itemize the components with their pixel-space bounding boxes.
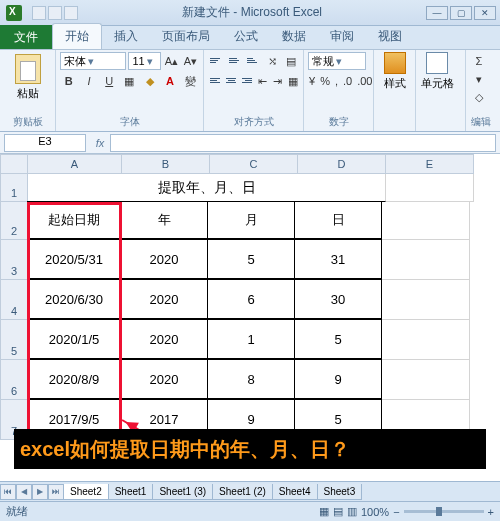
cell[interactable]: 2020 xyxy=(120,279,208,319)
paste-button[interactable]: 粘贴 xyxy=(4,52,51,103)
zoom-out-button[interactable]: − xyxy=(393,506,399,518)
cell[interactable]: 起始日期 xyxy=(27,201,121,239)
cell[interactable]: 2020 xyxy=(120,319,208,359)
row-header[interactable]: 5 xyxy=(0,320,28,360)
cell[interactable] xyxy=(382,360,470,400)
tab-view[interactable]: 视图 xyxy=(366,24,414,49)
cell[interactable]: 5 xyxy=(207,239,295,279)
cells-button[interactable]: 单元格 xyxy=(420,52,454,91)
formula-input[interactable] xyxy=(110,134,496,152)
align-bottom-button[interactable] xyxy=(245,52,262,68)
clear-button[interactable]: ◇ xyxy=(470,88,488,106)
comma-button[interactable]: , xyxy=(334,72,339,90)
cell[interactable]: 2020/8/9 xyxy=(27,359,121,399)
maximize-button[interactable]: ▢ xyxy=(450,6,472,20)
col-header-d[interactable]: D xyxy=(298,154,386,174)
cell[interactable]: 2020 xyxy=(120,239,208,279)
indent-increase-button[interactable]: ⇥ xyxy=(271,72,284,90)
zoom-in-button[interactable]: + xyxy=(488,506,494,518)
row-header[interactable]: 4 xyxy=(0,280,28,320)
tab-data[interactable]: 数据 xyxy=(270,24,318,49)
cell[interactable]: 9 xyxy=(294,359,382,399)
row-header[interactable]: 6 xyxy=(0,360,28,400)
grow-font-button[interactable]: A▴ xyxy=(163,52,180,70)
underline-button[interactable]: U xyxy=(101,72,118,90)
autosum-button[interactable]: Σ xyxy=(470,52,488,70)
row-header[interactable]: 2 xyxy=(0,202,28,240)
cell[interactable] xyxy=(382,320,470,360)
fx-icon[interactable]: fx xyxy=(90,137,110,149)
font-size-combo[interactable]: 11▾ xyxy=(128,52,160,70)
cell[interactable] xyxy=(386,174,474,202)
minimize-button[interactable]: — xyxy=(426,6,448,20)
cell[interactable]: 2020 xyxy=(120,359,208,399)
align-middle-button[interactable] xyxy=(227,52,244,68)
shrink-font-button[interactable]: A▾ xyxy=(182,52,199,70)
zoom-level[interactable]: 100% xyxy=(361,506,389,518)
col-header-e[interactable]: E xyxy=(386,154,474,174)
tab-formula[interactable]: 公式 xyxy=(222,24,270,49)
wrap-text-button[interactable]: ▤ xyxy=(283,52,299,70)
cell[interactable]: 2020/1/5 xyxy=(27,319,121,359)
increase-decimal-button[interactable]: .0 xyxy=(342,72,353,90)
undo-icon[interactable] xyxy=(48,6,62,20)
view-layout-icon[interactable]: ▤ xyxy=(333,505,343,518)
cell[interactable]: 日 xyxy=(294,201,382,239)
col-header-b[interactable]: B xyxy=(122,154,210,174)
font-color-button[interactable]: A xyxy=(161,72,178,90)
phonetic-button[interactable]: 變 xyxy=(182,72,199,90)
cell[interactable]: 5 xyxy=(294,319,382,359)
sheet-tab[interactable]: Sheet1 (2) xyxy=(212,484,273,500)
name-box[interactable]: E3 xyxy=(4,134,86,152)
cell[interactable]: 31 xyxy=(294,239,382,279)
sheet-tab[interactable]: Sheet2 xyxy=(63,484,109,500)
indent-decrease-button[interactable]: ⇤ xyxy=(256,72,269,90)
redo-icon[interactable] xyxy=(64,6,78,20)
tab-nav-next[interactable]: ▶ xyxy=(32,484,48,500)
zoom-slider[interactable] xyxy=(404,510,484,513)
row-header[interactable]: 3 xyxy=(0,240,28,280)
percent-button[interactable]: % xyxy=(319,72,331,90)
row-header[interactable]: 1 xyxy=(0,174,28,202)
fill-color-button[interactable]: ◆ xyxy=(141,72,158,90)
italic-button[interactable]: I xyxy=(80,72,97,90)
tab-layout[interactable]: 页面布局 xyxy=(150,24,222,49)
align-left-button[interactable] xyxy=(208,72,222,88)
tab-file[interactable]: 文件 xyxy=(0,25,52,49)
cell[interactable]: 6 xyxy=(207,279,295,319)
align-top-button[interactable] xyxy=(208,52,225,68)
cell[interactable]: 30 xyxy=(294,279,382,319)
border-button[interactable]: ▦ xyxy=(121,72,138,90)
tab-insert[interactable]: 插入 xyxy=(102,24,150,49)
cell-title[interactable]: 提取年、月、日 xyxy=(28,174,386,202)
tab-nav-first[interactable]: ⏮ xyxy=(0,484,16,500)
cell[interactable]: 年 xyxy=(120,201,208,239)
currency-button[interactable]: ¥ xyxy=(308,72,316,90)
cell[interactable]: 8 xyxy=(207,359,295,399)
cell[interactable] xyxy=(382,280,470,320)
number-format-combo[interactable]: 常规▾ xyxy=(308,52,366,70)
tab-nav-prev[interactable]: ◀ xyxy=(16,484,32,500)
cell[interactable] xyxy=(382,240,470,280)
orientation-button[interactable]: ⤭ xyxy=(264,52,280,70)
sheet-tab[interactable]: Sheet1 (3) xyxy=(152,484,213,500)
close-button[interactable]: ✕ xyxy=(474,6,496,20)
font-name-combo[interactable]: 宋体▾ xyxy=(60,52,126,70)
tab-review[interactable]: 审阅 xyxy=(318,24,366,49)
align-right-button[interactable] xyxy=(240,72,254,88)
tab-home[interactable]: 开始 xyxy=(52,23,102,49)
cell[interactable]: 1 xyxy=(207,319,295,359)
bold-button[interactable]: B xyxy=(60,72,77,90)
sheet-tab[interactable]: Sheet3 xyxy=(317,484,363,500)
tab-nav-last[interactable]: ⏭ xyxy=(48,484,64,500)
col-header-a[interactable]: A xyxy=(28,154,122,174)
cell[interactable] xyxy=(382,202,470,240)
sheet-tab[interactable]: Sheet4 xyxy=(272,484,318,500)
merge-button[interactable]: ▦ xyxy=(286,72,299,90)
view-break-icon[interactable]: ▥ xyxy=(347,505,357,518)
view-normal-icon[interactable]: ▦ xyxy=(319,505,329,518)
sheet-tab[interactable]: Sheet1 xyxy=(108,484,154,500)
align-center-button[interactable] xyxy=(224,72,238,88)
decrease-decimal-button[interactable]: .00 xyxy=(356,72,373,90)
cell[interactable]: 月 xyxy=(207,201,295,239)
